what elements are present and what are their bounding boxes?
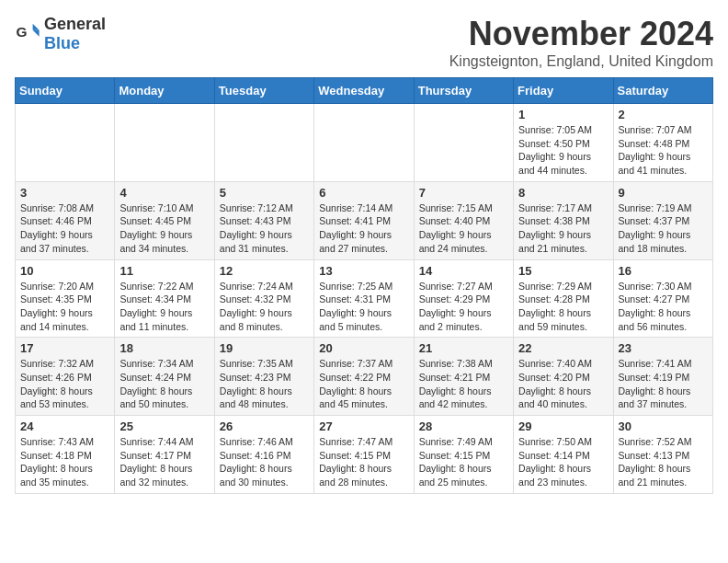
header-sunday: Sunday: [16, 78, 115, 104]
calendar-cell: 23Sunrise: 7:41 AM Sunset: 4:19 PM Dayli…: [613, 338, 712, 416]
logo: G General Blue: [15, 15, 106, 53]
calendar-cell: 8Sunrise: 7:17 AM Sunset: 4:38 PM Daylig…: [514, 181, 613, 259]
day-info: Sunrise: 7:14 AM Sunset: 4:41 PM Dayligh…: [319, 201, 408, 256]
day-number: 7: [419, 186, 508, 200]
day-info: Sunrise: 7:44 AM Sunset: 4:17 PM Dayligh…: [119, 435, 209, 489]
calendar-cell: 14Sunrise: 7:27 AM Sunset: 4:29 PM Dayli…: [414, 259, 513, 338]
calendar-cell: 18Sunrise: 7:34 AM Sunset: 4:24 PM Dayli…: [115, 338, 214, 416]
header-thursday: Thursday: [414, 78, 513, 104]
day-info: Sunrise: 7:43 AM Sunset: 4:18 PM Dayligh…: [20, 435, 109, 489]
day-info: Sunrise: 7:47 AM Sunset: 4:15 PM Dayligh…: [319, 435, 408, 489]
calendar-week-row: 24Sunrise: 7:43 AM Sunset: 4:18 PM Dayli…: [16, 416, 713, 494]
day-info: Sunrise: 7:34 AM Sunset: 4:24 PM Dayligh…: [119, 357, 209, 411]
calendar-cell: 21Sunrise: 7:38 AM Sunset: 4:21 PM Dayli…: [414, 338, 513, 416]
day-info: Sunrise: 7:50 AM Sunset: 4:14 PM Dayligh…: [518, 435, 608, 489]
calendar-cell: 13Sunrise: 7:25 AM Sunset: 4:31 PM Dayli…: [314, 259, 414, 338]
day-info: Sunrise: 7:20 AM Sunset: 4:35 PM Dayligh…: [20, 280, 109, 334]
calendar-cell: 30Sunrise: 7:52 AM Sunset: 4:13 PM Dayli…: [613, 416, 712, 494]
calendar-cell: 26Sunrise: 7:46 AM Sunset: 4:16 PM Dayli…: [214, 416, 313, 494]
calendar-week-row: 3Sunrise: 7:08 AM Sunset: 4:46 PM Daylig…: [16, 181, 713, 259]
day-number: 4: [119, 186, 209, 200]
calendar-cell: 29Sunrise: 7:50 AM Sunset: 4:14 PM Dayli…: [514, 416, 613, 494]
calendar-cell: [214, 104, 313, 182]
day-info: Sunrise: 7:37 AM Sunset: 4:22 PM Dayligh…: [319, 357, 408, 411]
header-wednesday: Wednesday: [314, 78, 414, 104]
calendar-cell: 3Sunrise: 7:08 AM Sunset: 4:46 PM Daylig…: [16, 181, 115, 259]
day-number: 15: [518, 264, 608, 278]
day-number: 29: [518, 419, 608, 433]
day-number: 21: [419, 341, 508, 355]
day-info: Sunrise: 7:12 AM Sunset: 4:43 PM Dayligh…: [220, 201, 309, 256]
day-number: 9: [619, 186, 708, 200]
calendar-cell: [115, 104, 214, 182]
calendar-cell: 17Sunrise: 7:32 AM Sunset: 4:26 PM Dayli…: [16, 338, 115, 416]
day-info: Sunrise: 7:22 AM Sunset: 4:34 PM Dayligh…: [119, 280, 209, 334]
calendar-cell: [16, 104, 115, 182]
day-number: 8: [518, 186, 608, 200]
day-number: 19: [220, 341, 309, 355]
day-number: 1: [518, 108, 608, 121]
day-number: 23: [619, 341, 708, 355]
day-info: Sunrise: 7:29 AM Sunset: 4:28 PM Dayligh…: [518, 280, 608, 334]
day-info: Sunrise: 7:46 AM Sunset: 4:16 PM Dayligh…: [220, 435, 309, 489]
logo-icon: G: [15, 21, 40, 47]
location-title: Kingsteignton, England, United Kingdom: [449, 53, 713, 70]
calendar-table: SundayMondayTuesdayWednesdayThursdayFrid…: [15, 77, 713, 494]
calendar-cell: 1Sunrise: 7:05 AM Sunset: 4:50 PM Daylig…: [514, 104, 613, 182]
day-info: Sunrise: 7:19 AM Sunset: 4:37 PM Dayligh…: [619, 201, 708, 256]
day-number: 13: [319, 264, 408, 278]
logo-blue: Blue: [44, 34, 80, 52]
title-section: November 2024 Kingsteignton, England, Un…: [449, 15, 713, 70]
svg-marker-1: [33, 24, 40, 30]
calendar-cell: [414, 104, 513, 182]
calendar-cell: 15Sunrise: 7:29 AM Sunset: 4:28 PM Dayli…: [514, 259, 613, 338]
svg-marker-2: [33, 30, 40, 37]
day-number: 10: [20, 264, 109, 278]
header-saturday: Saturday: [613, 78, 712, 104]
day-number: 3: [20, 186, 109, 200]
calendar-week-row: 1Sunrise: 7:05 AM Sunset: 4:50 PM Daylig…: [16, 104, 713, 182]
day-number: 6: [319, 186, 408, 200]
day-info: Sunrise: 7:07 AM Sunset: 4:48 PM Dayligh…: [619, 123, 708, 178]
day-number: 22: [518, 341, 608, 355]
calendar-cell: 25Sunrise: 7:44 AM Sunset: 4:17 PM Dayli…: [115, 416, 214, 494]
day-info: Sunrise: 7:05 AM Sunset: 4:50 PM Dayligh…: [518, 123, 608, 178]
calendar-cell: 9Sunrise: 7:19 AM Sunset: 4:37 PM Daylig…: [613, 181, 712, 259]
day-number: 20: [319, 341, 408, 355]
page-header: G General Blue November 2024 Kingsteignt…: [15, 15, 713, 70]
calendar-cell: 11Sunrise: 7:22 AM Sunset: 4:34 PM Dayli…: [115, 259, 214, 338]
day-number: 12: [220, 264, 309, 278]
day-info: Sunrise: 7:49 AM Sunset: 4:15 PM Dayligh…: [419, 435, 508, 489]
day-info: Sunrise: 7:52 AM Sunset: 4:13 PM Dayligh…: [619, 435, 708, 489]
calendar-cell: 28Sunrise: 7:49 AM Sunset: 4:15 PM Dayli…: [414, 416, 513, 494]
header-friday: Friday: [514, 78, 613, 104]
calendar-week-row: 10Sunrise: 7:20 AM Sunset: 4:35 PM Dayli…: [16, 259, 713, 338]
day-number: 27: [319, 419, 408, 433]
day-number: 17: [20, 341, 109, 355]
calendar-cell: 27Sunrise: 7:47 AM Sunset: 4:15 PM Dayli…: [314, 416, 414, 494]
day-info: Sunrise: 7:27 AM Sunset: 4:29 PM Dayligh…: [419, 280, 508, 334]
header-monday: Monday: [115, 78, 214, 104]
day-info: Sunrise: 7:30 AM Sunset: 4:27 PM Dayligh…: [619, 280, 708, 334]
logo-general: General: [44, 15, 106, 33]
day-info: Sunrise: 7:24 AM Sunset: 4:32 PM Dayligh…: [220, 280, 309, 334]
day-info: Sunrise: 7:41 AM Sunset: 4:19 PM Dayligh…: [619, 357, 708, 411]
calendar-cell: 2Sunrise: 7:07 AM Sunset: 4:48 PM Daylig…: [613, 104, 712, 182]
day-info: Sunrise: 7:38 AM Sunset: 4:21 PM Dayligh…: [419, 357, 508, 411]
day-info: Sunrise: 7:15 AM Sunset: 4:40 PM Dayligh…: [419, 201, 508, 256]
calendar-cell: 19Sunrise: 7:35 AM Sunset: 4:23 PM Dayli…: [214, 338, 313, 416]
day-number: 2: [619, 108, 708, 121]
day-number: 14: [419, 264, 508, 278]
day-number: 25: [119, 419, 209, 433]
day-number: 11: [119, 264, 209, 278]
calendar-cell: 20Sunrise: 7:37 AM Sunset: 4:22 PM Dayli…: [314, 338, 414, 416]
day-number: 5: [220, 186, 309, 200]
calendar-cell: 5Sunrise: 7:12 AM Sunset: 4:43 PM Daylig…: [214, 181, 313, 259]
day-info: Sunrise: 7:35 AM Sunset: 4:23 PM Dayligh…: [220, 357, 309, 411]
day-info: Sunrise: 7:17 AM Sunset: 4:38 PM Dayligh…: [518, 201, 608, 256]
calendar-cell: 12Sunrise: 7:24 AM Sunset: 4:32 PM Dayli…: [214, 259, 313, 338]
month-title: November 2024: [449, 15, 713, 53]
calendar-cell: 4Sunrise: 7:10 AM Sunset: 4:45 PM Daylig…: [115, 181, 214, 259]
day-number: 28: [419, 419, 508, 433]
day-number: 26: [220, 419, 309, 433]
